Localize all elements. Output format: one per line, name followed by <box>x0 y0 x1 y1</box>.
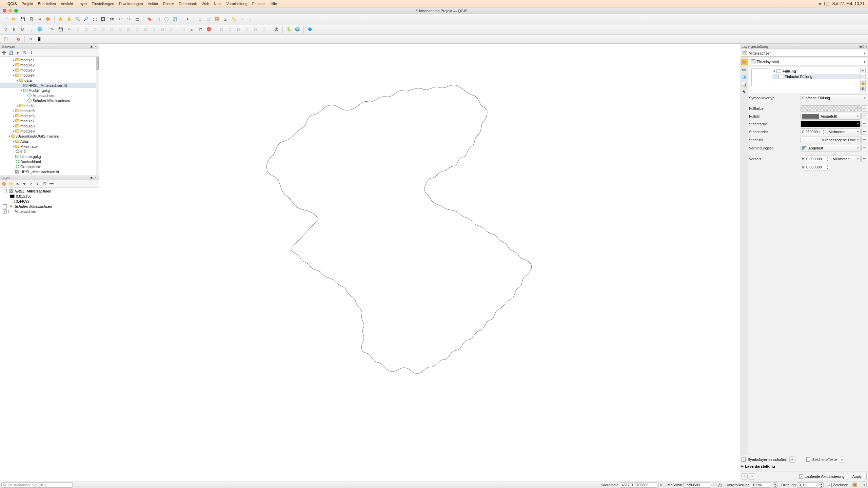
browser-item[interactable]: ▸module2 <box>0 62 99 67</box>
plugin-network-icon[interactable]: 🕸 <box>273 26 280 33</box>
browser-refresh-icon[interactable]: 🔄 <box>8 50 14 56</box>
browser-add-icon[interactable]: ➕ <box>1 50 7 56</box>
live-update-check[interactable]: ✓ <box>799 474 803 479</box>
folder-open-icon[interactable]: 📂 <box>11 16 18 23</box>
browser-item[interactable]: ▾data <box>0 78 99 83</box>
styling-tab-diagram[interactable]: 📊 <box>741 81 748 88</box>
panel-undock-icon[interactable]: ▣ <box>90 45 93 48</box>
offset-y-input[interactable] <box>806 165 822 169</box>
qfield-icon[interactable]: 📱 <box>36 35 43 43</box>
browser-item[interactable]: ▸module7 <box>0 118 99 123</box>
select-expr-icon[interactable]: ε <box>188 26 196 33</box>
zoom-in-icon[interactable]: 🔍 <box>74 16 81 23</box>
pan-icon[interactable]: ✋ <box>57 16 64 23</box>
select-invert-icon[interactable]: ⇄ <box>197 26 204 33</box>
menu-bearbeiten[interactable]: Bearbeiten <box>38 2 56 6</box>
layer-visibility-check[interactable] <box>3 189 7 193</box>
app-name[interactable]: QGIS <box>7 2 17 6</box>
symbol-duplicate-button[interactable]: ⧉ <box>860 86 866 92</box>
identify-icon[interactable]: ℹ <box>184 16 191 23</box>
zoom-layer-icon[interactable]: 🗺 <box>108 16 115 23</box>
menu-raster[interactable]: Raster <box>163 2 174 6</box>
bookmarks-icon[interactable]: 🔖 <box>15 35 22 43</box>
layer-item[interactable]: HRSL_Mittelsachsen <box>0 188 99 194</box>
menu-verarbeitung[interactable]: Verarbeitung <box>226 2 247 6</box>
data-defined-button[interactable]: ⮕ <box>861 113 867 119</box>
browser-item[interactable]: ▾/Users/knut/QGIS-Traning <box>0 134 99 139</box>
browser-item[interactable]: ▸module6 <box>0 113 99 118</box>
data-defined-button[interactable]: ⮕ <box>861 145 867 151</box>
lock-icon[interactable] <box>718 483 723 487</box>
menu-web[interactable]: Web <box>201 2 209 6</box>
offset-x-spin[interactable]: ▴▾ <box>805 156 830 162</box>
data-defined-button[interactable]: ⮕ <box>861 129 867 135</box>
processing-icon[interactable]: ⚙ <box>27 35 35 43</box>
browser-item[interactable]: ▸Atlas <box>0 139 99 144</box>
time-icon[interactable]: 🕓 <box>163 16 170 23</box>
calc-icon[interactable]: 🧮 <box>213 16 221 23</box>
fill-color-button[interactable]: ▾ <box>801 105 861 111</box>
menu-hilfe[interactable]: Hilfe <box>270 2 277 6</box>
stroke-width-spin[interactable]: ⟲ ▴▾ <box>801 128 826 135</box>
edit-toggle-icon[interactable]: ✎ <box>48 26 56 33</box>
extents-toggle-icon[interactable]: ⊕ <box>658 483 663 487</box>
messages-icon[interactable]: ≡ <box>862 483 867 487</box>
deselect-icon[interactable]: ⬚ <box>180 26 187 33</box>
locator-search[interactable]: Zu suchender Typ (⌘K) <box>1 482 73 488</box>
browser-item[interactable]: ▸module8 <box>0 123 99 128</box>
pencil-icon[interactable]: ✏ <box>65 26 73 33</box>
layer-item[interactable]: 3.44699 <box>0 199 99 204</box>
browser-item[interactable]: Grabbelkiste <box>0 164 99 169</box>
map-canvas[interactable] <box>99 44 740 482</box>
new-map-icon[interactable]: 🗔 <box>133 16 141 23</box>
data-defined-button[interactable]: ⮕ <box>789 456 795 463</box>
layer-style-icon[interactable]: 🎨 <box>1 181 7 187</box>
coord-field[interactable] <box>620 482 657 488</box>
menu-projekt[interactable]: Projekt <box>22 2 33 6</box>
offset-unit[interactable]: Millimeter▾ <box>831 156 861 162</box>
select-icon[interactable]: ▭ <box>239 16 246 23</box>
pan-to-sel-icon[interactable]: 🖐 <box>65 16 73 23</box>
mag-field[interactable] <box>751 482 771 488</box>
minimize-window-icon[interactable] <box>8 9 12 13</box>
window-traffic-lights[interactable] <box>3 9 18 13</box>
menu-vektor[interactable]: Vektor <box>148 2 158 6</box>
data-defined-button[interactable]: ⮕ <box>861 121 867 127</box>
browser-item[interactable]: HRSL_Mittelsachsen.tif <box>0 169 99 174</box>
browser-item[interactable]: Schulen-Mittelsachsen <box>0 98 99 103</box>
annotate-icon[interactable]: T <box>247 16 255 23</box>
stroke-style-combo[interactable]: Durchgezogene Linie▾ <box>801 137 861 143</box>
print-layout-icon[interactable]: 🖨 <box>36 16 43 23</box>
layer-add-group-icon[interactable]: 📁 <box>8 181 14 187</box>
menu-erweiterungen[interactable]: Erweiterungen <box>119 2 143 6</box>
save-icon[interactable]: 💾 <box>19 16 26 23</box>
mac-menubar[interactable]: QGIS ProjektBearbeitenAnsichtLayerEinste… <box>0 0 868 7</box>
browser-collapse-icon[interactable]: ⇱ <box>22 50 27 56</box>
symbol-add-button[interactable]: ＋ <box>860 68 866 73</box>
symbol-layer-enable-check[interactable]: ✓ <box>742 458 746 462</box>
zoom-last-icon[interactable]: ↩ <box>116 16 124 23</box>
layer-remove-icon[interactable]: ➖ <box>49 181 54 187</box>
browser-item[interactable]: ▸media <box>0 103 99 108</box>
bookmark-list-icon[interactable]: 📑 <box>154 16 162 23</box>
symbol-lock-button[interactable]: 🔒 <box>860 80 866 85</box>
menu-layer[interactable]: Layer <box>78 2 87 6</box>
layer-item[interactable]: Schulen-Mittelsachsen <box>0 204 99 209</box>
layer-visibility-icon[interactable]: 👁 <box>15 181 20 187</box>
style-manager-icon[interactable]: 🎨 <box>44 16 52 23</box>
blue-plugin-icon[interactable]: 🔷 <box>306 26 314 33</box>
symbol-layer-tree[interactable]: ▾Füllung Einfache Füllung <box>772 68 865 91</box>
layer-item[interactable]: ✓Mittelsachsen <box>0 209 99 214</box>
bookmark-icon[interactable]: 🔖 <box>146 16 153 23</box>
data-defined-button[interactable]: ⮕ <box>861 105 867 111</box>
browser-item[interactable]: Duetschland <box>0 159 99 164</box>
undo-style-button[interactable]: ↶ <box>742 473 748 480</box>
styling-tab-3d[interactable]: 🧊 <box>741 74 748 80</box>
browser-filter-icon[interactable]: ▼ <box>15 50 20 56</box>
stroke-color-button[interactable]: ▾ <box>801 121 861 127</box>
zoom-sel-icon[interactable]: 🔲 <box>99 16 107 23</box>
layer-item[interactable]: 0.812156 <box>0 194 99 199</box>
crs-icon[interactable]: ⊕ <box>852 483 857 487</box>
browser-item[interactable]: ▾Modul4.gpkg <box>0 88 99 93</box>
stroke-width-unit[interactable]: Millimeter▾ <box>827 128 861 135</box>
